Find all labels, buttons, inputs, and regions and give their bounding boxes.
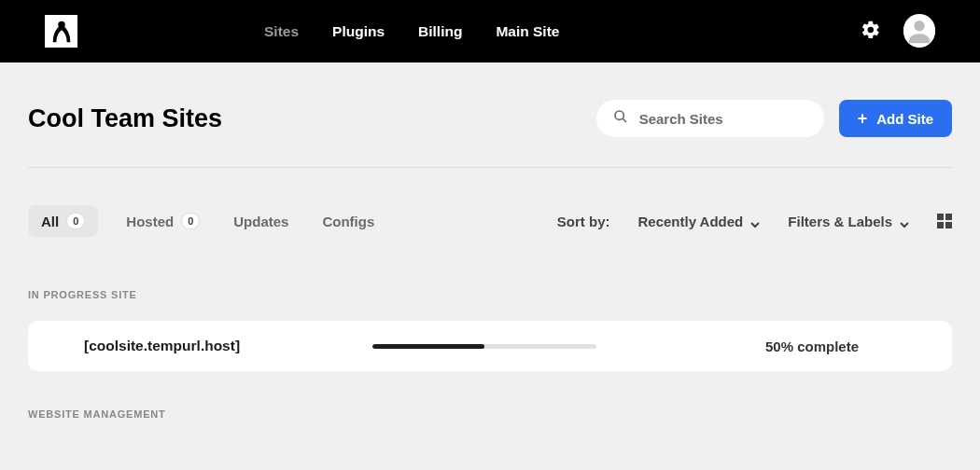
section-website-management: WEBSITE MANAGEMENT (28, 408, 952, 420)
sort-dropdown[interactable]: Recently Added (637, 214, 760, 229)
main-nav: Sites Plugins Billing Main Site (264, 23, 559, 40)
tab-configs[interactable]: Configs (316, 206, 380, 237)
tab-all[interactable]: All 0 (28, 205, 98, 237)
search-input[interactable] (639, 111, 807, 127)
svg-line-4 (623, 118, 626, 122)
chevron-down-icon (750, 216, 760, 226)
add-site-label: Add Site (876, 111, 933, 127)
page-content: Cool Team Sites + Add Site All 0 Hosted … (0, 62, 980, 420)
tab-all-count: 0 (66, 213, 85, 229)
site-name: [coolsite.tempurl.host] (84, 338, 240, 354)
top-right-actions (861, 16, 935, 48)
top-nav-bar: Sites Plugins Billing Main Site (0, 0, 980, 62)
settings-button[interactable] (861, 20, 881, 44)
filters-labels-dropdown[interactable]: Filters & Labels (788, 214, 909, 229)
progress-fill (372, 344, 484, 349)
plus-icon: + (858, 109, 868, 129)
svg-point-0 (58, 21, 65, 28)
filter-right: Sort by: Recently Added Filters & Labels (557, 214, 952, 229)
filters-label: Filters & Labels (788, 214, 892, 229)
search-icon (613, 109, 628, 128)
sort-by-label: Sort by: (557, 214, 610, 229)
logo[interactable] (45, 15, 77, 48)
grid-view-toggle[interactable] (937, 214, 952, 228)
svg-point-2 (914, 21, 924, 31)
progress-container (240, 344, 728, 349)
nav-plugins[interactable]: Plugins (332, 23, 385, 40)
tab-updates[interactable]: Updates (228, 206, 294, 237)
chevron-down-icon (900, 216, 909, 226)
section-in-progress: IN PROGRESS SITE (28, 289, 952, 300)
header-actions: + Add Site (596, 100, 952, 137)
gear-icon (861, 27, 881, 43)
progress-status: 50% complete (728, 339, 896, 354)
progress-bar (372, 344, 596, 349)
page-header: Cool Team Sites + Add Site (28, 100, 952, 168)
tab-updates-label: Updates (233, 214, 288, 229)
nav-main-site[interactable]: Main Site (496, 23, 559, 40)
grid-icon (937, 214, 944, 220)
tab-hosted[interactable]: Hosted 0 (120, 205, 205, 237)
tabs: All 0 Hosted 0 Updates Configs (28, 205, 380, 237)
nav-sites[interactable]: Sites (264, 23, 299, 40)
search-box[interactable] (596, 100, 824, 137)
nav-billing[interactable]: Billing (418, 23, 462, 40)
in-progress-site-card[interactable]: [coolsite.tempurl.host] 50% complete (28, 321, 952, 371)
avatar-icon (903, 14, 935, 49)
tab-configs-label: Configs (322, 214, 374, 229)
user-avatar[interactable] (903, 16, 935, 48)
tab-hosted-label: Hosted (126, 214, 174, 229)
svg-point-3 (615, 111, 623, 119)
filter-row: All 0 Hosted 0 Updates Configs Sort by: … (28, 168, 952, 237)
add-site-button[interactable]: + Add Site (839, 100, 952, 137)
tab-all-label: All (41, 214, 59, 229)
tab-hosted-count: 0 (181, 213, 200, 229)
sort-value-label: Recently Added (637, 214, 743, 229)
page-title: Cool Team Sites (28, 104, 222, 133)
